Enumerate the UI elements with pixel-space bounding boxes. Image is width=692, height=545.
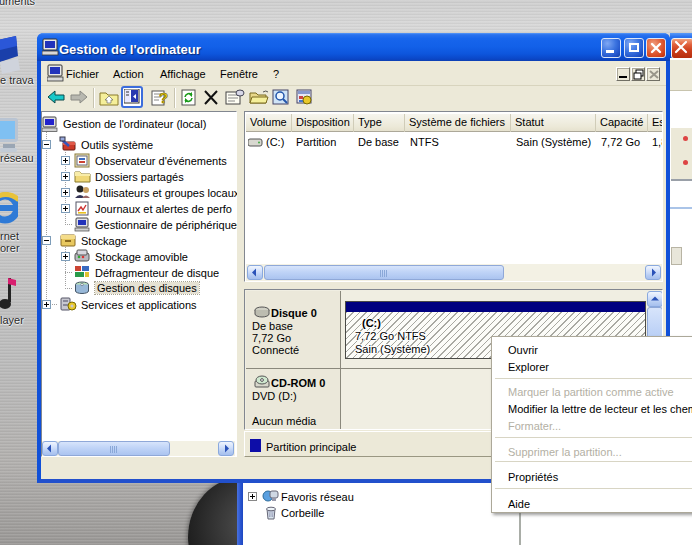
svg-text:?: ? bbox=[159, 89, 168, 106]
